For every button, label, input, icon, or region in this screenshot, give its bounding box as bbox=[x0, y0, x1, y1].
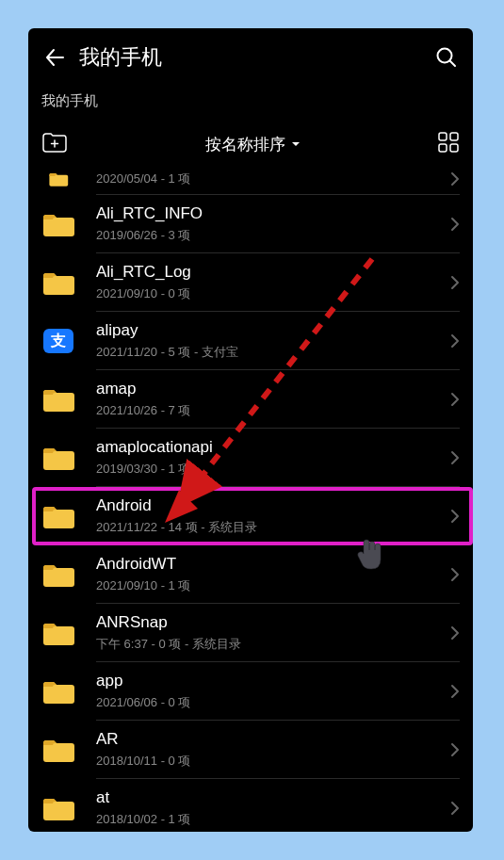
file-meta: 2021/11/20 - 5 项 - 支付宝 bbox=[96, 344, 450, 361]
sort-dropdown[interactable]: 按名称排序 bbox=[205, 134, 301, 155]
svg-line-1 bbox=[450, 61, 455, 66]
chevron-right-icon bbox=[450, 742, 460, 757]
chevron-right-icon bbox=[450, 567, 460, 582]
view-toggle-button[interactable] bbox=[437, 131, 460, 157]
file-row[interactable]: Android 2021/11/22 - 14 项 - 系统目录 bbox=[28, 487, 473, 545]
file-meta: 2021/06/06 - 0 项 bbox=[96, 694, 450, 711]
file-row[interactable]: 2020/05/04 - 1 项 bbox=[28, 170, 473, 195]
folder-icon bbox=[41, 794, 75, 822]
file-meta: 2019/06/26 - 3 项 bbox=[96, 227, 450, 244]
file-list[interactable]: 2020/05/04 - 1 项 Ali_RTC_INFO 2019/06/26… bbox=[28, 170, 473, 832]
back-button[interactable] bbox=[41, 44, 68, 71]
file-info: 2020/05/04 - 1 项 bbox=[96, 170, 450, 187]
folder-icon bbox=[41, 619, 75, 647]
file-name: alipay bbox=[96, 321, 450, 340]
file-row[interactable]: AndroidWT 2021/09/10 - 1 项 bbox=[28, 545, 473, 604]
file-info: Android 2021/11/22 - 14 项 - 系统目录 bbox=[96, 496, 450, 536]
svg-rect-5 bbox=[450, 133, 458, 140]
toolbar: 按名称排序 bbox=[28, 123, 473, 170]
folder-icon bbox=[41, 385, 75, 414]
chevron-right-icon bbox=[450, 333, 460, 349]
svg-rect-4 bbox=[439, 133, 447, 140]
file-name: app bbox=[96, 672, 450, 690]
svg-rect-6 bbox=[439, 144, 447, 152]
header-bar: 我的手机 bbox=[28, 28, 473, 83]
svg-rect-7 bbox=[450, 144, 458, 152]
chevron-right-icon bbox=[450, 801, 460, 816]
sort-label: 按名称排序 bbox=[205, 134, 285, 155]
file-info: Ali_RTC_Log 2021/09/10 - 0 项 bbox=[96, 263, 450, 302]
folder-icon bbox=[41, 502, 75, 530]
file-meta: 2018/10/11 - 0 项 bbox=[96, 753, 450, 770]
file-meta: 2020/05/04 - 1 项 bbox=[96, 170, 450, 187]
file-info: AR 2018/10/11 - 0 项 bbox=[96, 730, 450, 770]
folder-icon bbox=[41, 444, 75, 472]
file-row[interactable]: amap 2021/10/26 - 7 项 bbox=[28, 370, 473, 429]
file-name: AR bbox=[96, 730, 450, 749]
folder-icon bbox=[41, 736, 75, 764]
chevron-right-icon bbox=[450, 450, 460, 465]
file-row[interactable]: app 2021/06/06 - 0 项 bbox=[28, 662, 473, 721]
file-info: alipay 2021/11/20 - 5 项 - 支付宝 bbox=[96, 321, 450, 361]
chevron-right-icon bbox=[450, 684, 460, 699]
page-title: 我的手机 bbox=[79, 43, 433, 72]
file-meta: 2021/09/10 - 0 项 bbox=[96, 285, 450, 302]
file-row[interactable]: 支 alipay 2021/11/20 - 5 项 - 支付宝 bbox=[28, 312, 473, 370]
file-meta: 2021/10/26 - 7 项 bbox=[96, 402, 450, 419]
breadcrumb[interactable]: 我的手机 bbox=[28, 83, 473, 123]
file-name: amaplocationapi bbox=[96, 438, 450, 457]
file-info: amaplocationapi 2019/03/30 - 1 项 bbox=[96, 438, 450, 478]
file-meta: 2019/03/30 - 1 项 bbox=[96, 461, 450, 478]
file-name: ANRSnap bbox=[96, 613, 450, 632]
folder-icon bbox=[41, 268, 75, 297]
file-meta: 2021/09/10 - 1 项 bbox=[96, 577, 450, 594]
folder-icon bbox=[41, 170, 75, 187]
file-meta: 2018/10/02 - 1 项 bbox=[96, 811, 450, 828]
chevron-right-icon bbox=[450, 217, 460, 232]
chevron-right-icon bbox=[450, 625, 460, 641]
file-name: Android bbox=[96, 496, 450, 515]
new-folder-icon bbox=[41, 131, 68, 154]
file-info: app 2021/06/06 - 0 项 bbox=[96, 672, 450, 711]
file-row[interactable]: ANRSnap 下午 6:37 - 0 项 - 系统目录 bbox=[28, 604, 473, 662]
file-info: ANRSnap 下午 6:37 - 0 项 - 系统目录 bbox=[96, 613, 450, 653]
new-folder-button[interactable] bbox=[41, 131, 68, 157]
chevron-right-icon bbox=[450, 509, 460, 524]
file-info: Ali_RTC_INFO 2019/06/26 - 3 项 bbox=[96, 204, 450, 244]
chevron-right-icon bbox=[450, 171, 460, 187]
file-name: AndroidWT bbox=[96, 555, 450, 574]
folder-icon bbox=[41, 560, 75, 589]
back-arrow-icon bbox=[44, 47, 65, 68]
folder-icon bbox=[41, 210, 75, 238]
file-name: at bbox=[96, 788, 450, 807]
file-info: at 2018/10/02 - 1 项 bbox=[96, 788, 450, 828]
chevron-right-icon bbox=[450, 392, 460, 407]
alipay-icon: 支 bbox=[41, 327, 75, 355]
folder-icon bbox=[41, 677, 75, 706]
search-icon bbox=[435, 46, 458, 69]
file-row[interactable]: amaplocationapi 2019/03/30 - 1 项 bbox=[28, 429, 473, 487]
file-info: amap 2021/10/26 - 7 项 bbox=[96, 380, 450, 419]
svg-point-0 bbox=[438, 49, 452, 63]
file-name: Ali_RTC_Log bbox=[96, 263, 450, 282]
file-meta: 2021/11/22 - 14 项 - 系统目录 bbox=[96, 519, 450, 536]
chevron-right-icon bbox=[450, 275, 460, 290]
file-name: Ali_RTC_INFO bbox=[96, 204, 450, 223]
file-row[interactable]: Ali_RTC_INFO 2019/06/26 - 3 项 bbox=[28, 195, 473, 253]
chevron-down-icon bbox=[291, 141, 301, 147]
search-button[interactable] bbox=[433, 44, 460, 71]
phone-screen: 我的手机 我的手机 按名称排序 bbox=[28, 28, 473, 832]
grid-icon bbox=[437, 131, 460, 154]
file-row[interactable]: Ali_RTC_Log 2021/09/10 - 0 项 bbox=[28, 253, 473, 312]
file-info: AndroidWT 2021/09/10 - 1 项 bbox=[96, 555, 450, 594]
svg-text:支: 支 bbox=[50, 333, 66, 349]
file-name: amap bbox=[96, 380, 450, 398]
file-meta: 下午 6:37 - 0 项 - 系统目录 bbox=[96, 636, 450, 653]
file-row[interactable]: AR 2018/10/11 - 0 项 bbox=[28, 721, 473, 779]
file-row[interactable]: at 2018/10/02 - 1 项 bbox=[28, 779, 473, 832]
